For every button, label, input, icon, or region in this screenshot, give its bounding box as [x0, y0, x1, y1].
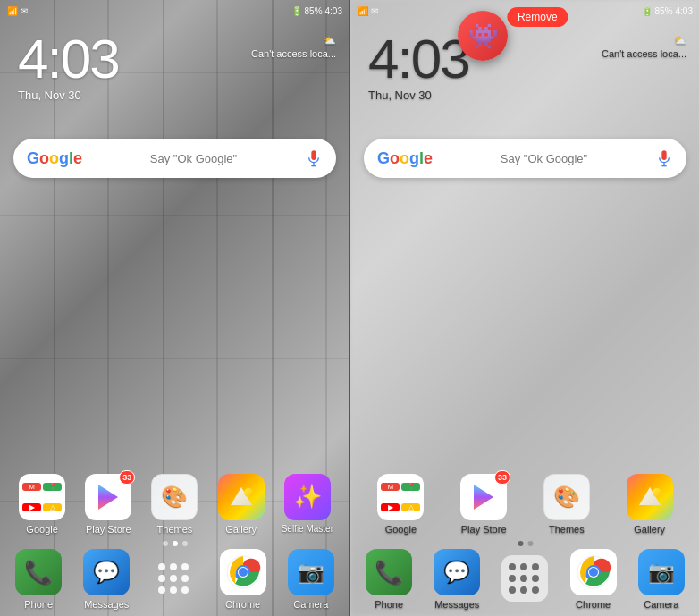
- app-playstore-left[interactable]: 33 Play Store: [78, 474, 139, 536]
- phone-label-right: Phone: [375, 599, 403, 611]
- svg-rect-0: [311, 150, 316, 160]
- dock-messages-left[interactable]: 💬 Messages: [76, 549, 137, 611]
- chrome-svg-right: [576, 554, 611, 590]
- clock-widget-left: 4:03 Thu, Nov 30: [18, 31, 119, 102]
- dock-camera-left[interactable]: 📷 Camera: [281, 549, 341, 611]
- svg-point-5: [244, 488, 253, 497]
- app-grid-left: M 📍 ▶ △ Google: [0, 474, 350, 544]
- google-label-right: Google: [385, 524, 417, 536]
- google-icon-wrapper-left: M 📍 ▶ △: [19, 474, 65, 520]
- app-row-1-right: M 📍 ▶ △ Google: [359, 474, 691, 536]
- themes-icon-wrapper-right: 🎨: [543, 474, 590, 520]
- clock-date-left: Thu, Nov 30: [18, 89, 119, 102]
- google-icon-wrapper-right: M 📍 ▶ △: [377, 474, 424, 520]
- camera-icon-right: 📷: [638, 549, 685, 595]
- apps-dot: [158, 575, 165, 582]
- dock-phone-left[interactable]: 📞 Phone: [8, 549, 69, 611]
- gallery-icon-wrapper-right: [627, 474, 673, 520]
- chrome-icon-wrapper-right: [570, 549, 617, 595]
- dot-2-right: [527, 541, 533, 546]
- g1: G: [27, 149, 39, 168]
- svg-marker-13: [474, 485, 493, 510]
- google-icon-right: M 📍 ▶ △: [377, 474, 424, 520]
- g4r: g: [409, 149, 419, 168]
- dock-chrome-left[interactable]: Chrome: [213, 549, 274, 611]
- dragged-app-icon[interactable]: 👾: [458, 11, 508, 61]
- themes-icon-left: 🎨: [151, 474, 198, 520]
- svg-point-15: [653, 488, 661, 497]
- app-gallery-right[interactable]: Gallery: [619, 474, 680, 536]
- gmail-sub: M: [22, 483, 41, 491]
- google-logo-left: Google: [27, 149, 82, 168]
- camera-icon-left: 📷: [288, 549, 334, 595]
- apps-dot: [181, 586, 189, 594]
- right-screen: Remove 👾 📶 ✉ 🔋 85% 4:03 4:03 Thu, Nov 30…: [350, 0, 699, 616]
- play-triangle-svg: [95, 483, 122, 511]
- dock-camera-right[interactable]: 📷 Camera: [631, 549, 692, 611]
- maps-sub: 📍: [43, 483, 62, 491]
- status-right-icons: 🔋 85% 4:03: [291, 6, 342, 16]
- selfie-icon-left: ✨: [284, 474, 331, 520]
- search-bar-right[interactable]: Google Say "Ok Google": [364, 139, 686, 178]
- messages-icon-wrapper-left: 💬: [83, 549, 130, 595]
- youtube-sub: ▶: [22, 503, 41, 511]
- camera-label-left: Camera: [293, 599, 328, 611]
- camera-label-right: Camera: [644, 599, 678, 611]
- apps-dot: [181, 575, 189, 582]
- app-playstore-right[interactable]: 33 Play Store: [453, 474, 514, 536]
- phone-icon-wrapper-right: 📞: [366, 549, 412, 595]
- page-dots-left: [163, 541, 188, 546]
- app-grid-right: M 📍 ▶ △ Google: [350, 474, 699, 544]
- youtube-sub-r: ▶: [381, 503, 400, 511]
- left-screen: 📶 ✉ 🔋 85% 4:03 4:03 Thu, Nov 30 ⛅ Can't …: [0, 0, 350, 616]
- app-google-left[interactable]: M 📍 ▶ △ Google: [12, 474, 72, 536]
- g3r: o: [400, 149, 409, 168]
- apps-dot-r: [509, 563, 516, 570]
- dot-3-left: [182, 541, 188, 546]
- themes-icon-right: 🎨: [543, 474, 590, 520]
- app-gallery-left[interactable]: Gallery: [211, 474, 272, 536]
- status-left-icons: 📶 ✉: [7, 6, 28, 16]
- google-label-left: Google: [26, 524, 57, 536]
- g6: e: [73, 149, 82, 168]
- search-prompt-left: Say "Ok Google": [82, 152, 305, 165]
- phone-label-left: Phone: [24, 599, 53, 611]
- g3: o: [49, 149, 59, 168]
- playstore-badge-right: 33: [494, 470, 510, 485]
- themes-icon-wrapper-left: 🎨: [151, 474, 198, 520]
- camera-icon-wrapper-left: 📷: [288, 549, 334, 595]
- apps-icon-wrapper-right: [501, 555, 548, 602]
- svg-marker-3: [98, 485, 118, 510]
- dock-right: 📞 Phone 💬 Messages: [350, 549, 699, 616]
- phone-icon-right: 📞: [366, 549, 412, 595]
- apps-dot: [170, 563, 177, 570]
- weather-text-left: Can't access loca...: [251, 48, 336, 59]
- app-themes-left[interactable]: 🎨 Themes: [144, 474, 205, 536]
- clock-widget-right: 4:03 Thu, Nov 30: [368, 31, 469, 102]
- apps-dot-r: [532, 586, 539, 594]
- playstore-icon-wrapper-right: 33: [460, 474, 507, 520]
- dock-apps-right[interactable]: [494, 555, 555, 605]
- app-google-right[interactable]: M 📍 ▶ △ Google: [370, 474, 431, 536]
- mic-icon-left[interactable]: [305, 149, 323, 167]
- google-icon-left: M 📍 ▶ △: [19, 474, 65, 520]
- apps-dot-r: [520, 586, 527, 594]
- dock-chrome-right[interactable]: Chrome: [563, 549, 624, 611]
- themes-label-right: Themes: [549, 524, 585, 536]
- chrome-label-right: Chrome: [576, 599, 611, 611]
- g6r: e: [424, 149, 433, 168]
- dock-apps-left[interactable]: [144, 555, 205, 605]
- dock-messages-right[interactable]: 💬 Messages: [426, 549, 487, 611]
- dock-phone-right[interactable]: 📞 Phone: [358, 549, 419, 611]
- messages-label-left: Messages: [84, 599, 129, 611]
- gallery-label-left: Gallery: [225, 524, 257, 536]
- apps-dot: [158, 563, 165, 570]
- svg-point-19: [589, 568, 598, 577]
- app-selfie-left[interactable]: ✨ Selfie Master: [277, 474, 338, 536]
- selfie-label-left: Selfie Master: [282, 524, 333, 535]
- app-themes-right[interactable]: 🎨 Themes: [536, 474, 597, 536]
- mic-icon-right[interactable]: [655, 149, 673, 167]
- search-bar-left[interactable]: Google Say "Ok Google": [13, 139, 336, 178]
- gallery-label-right: Gallery: [634, 524, 665, 536]
- dock-left: 📞 Phone 💬 Messages: [0, 549, 350, 616]
